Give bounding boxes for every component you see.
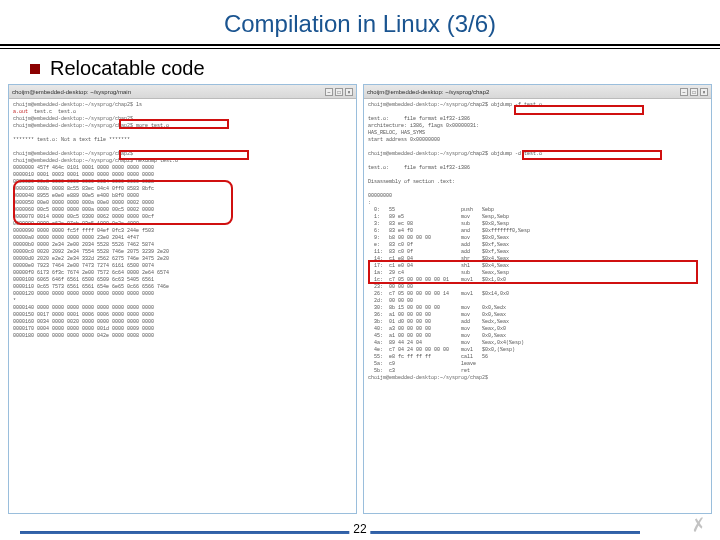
window-title: choijm@embedded-desktop: ~/sysprog/chap2 — [367, 89, 489, 95]
bullet-text: Relocatable code — [50, 57, 205, 80]
close-icon[interactable]: × — [345, 88, 353, 96]
slide-footer: 22 — [0, 531, 720, 534]
page-number: 22 — [349, 522, 370, 536]
bullet-item: Relocatable code — [0, 57, 720, 80]
bullet-icon — [30, 64, 40, 74]
window-title: choijm@embedded-desktop: ~/sysprog/main — [12, 89, 131, 95]
window-titlebar: choijm@embedded-desktop: ~/sysprog/main … — [9, 85, 356, 99]
minimize-icon[interactable]: – — [680, 88, 688, 96]
window-controls: – □ × — [325, 88, 353, 96]
window-titlebar: choijm@embedded-desktop: ~/sysprog/chap2… — [364, 85, 711, 99]
maximize-icon[interactable]: □ — [335, 88, 343, 96]
terminal-output: choijm@embedded-desktop:~/sysprog/chap2$… — [9, 99, 356, 343]
divider — [0, 48, 720, 49]
terminal-window-left: choijm@embedded-desktop: ~/sysprog/main … — [8, 84, 357, 514]
close-icon[interactable]: × — [700, 88, 708, 96]
divider — [0, 44, 720, 46]
minimize-icon[interactable]: – — [325, 88, 333, 96]
logo-icon: ✗ — [690, 513, 708, 537]
slide-title: Compilation in Linux (3/6) — [0, 0, 720, 44]
footer-rule — [20, 531, 640, 534]
terminal-output: choijm@embedded-desktop:~/sysprog/chap2$… — [364, 99, 711, 385]
window-controls: – □ × — [680, 88, 708, 96]
terminal-window-right: choijm@embedded-desktop: ~/sysprog/chap2… — [363, 84, 712, 514]
maximize-icon[interactable]: □ — [690, 88, 698, 96]
